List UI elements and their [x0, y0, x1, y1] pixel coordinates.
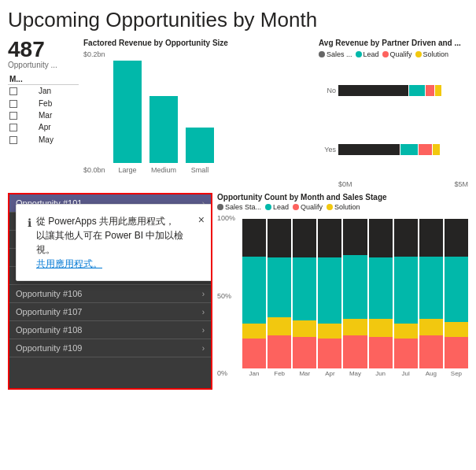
stacked-bar-group: May — [343, 214, 367, 377]
stacked-seg — [394, 219, 418, 257]
stacked-seg — [419, 257, 443, 320]
stacked-legend-label: Sales Sta... — [225, 203, 261, 211]
info-icon: ℹ — [28, 215, 31, 231]
hbar-seg — [435, 85, 441, 96]
hbar-seg — [400, 144, 419, 155]
stacked-seg — [293, 337, 316, 368]
legend-item: Qualify — [382, 50, 412, 58]
stacked-seg — [268, 257, 291, 317]
month-list: M... JanFebMarAprMay — [8, 74, 79, 188]
stacked-y-labels: 100%50%0% — [217, 214, 235, 377]
month-checkbox[interactable] — [9, 124, 17, 131]
stacked-seg — [343, 335, 367, 368]
stacked-bar-group: Jan — [242, 214, 266, 377]
legend-label: Solution — [423, 50, 449, 58]
stacked-seg — [419, 335, 443, 368]
hbar-legend: Sales ...LeadQualifySolution — [319, 50, 468, 58]
opportunity-item[interactable]: Opportunity #106› — [9, 285, 211, 303]
hbar-segments — [338, 144, 468, 155]
stacked-x-label: Jun — [375, 370, 386, 377]
chevron-right-icon: › — [202, 344, 205, 353]
stacked-x-label: May — [349, 370, 361, 377]
stacked-seg — [268, 335, 291, 368]
opportunity-label: Opportunity #106 — [16, 289, 82, 298]
month-checkbox[interactable] — [9, 100, 17, 108]
month-label: Mar — [37, 109, 79, 121]
stacked-seg — [394, 257, 418, 324]
stacked-seg — [343, 219, 367, 255]
stacked-seg — [242, 219, 266, 257]
hbar-area: No Yes — [319, 61, 468, 179]
stacked-bar-stack — [293, 219, 316, 368]
month-row[interactable]: Apr — [8, 121, 79, 133]
hbar-seg — [433, 144, 441, 155]
hbar-chart-title: Avg Revenue by Partner Driven and ... — [319, 39, 468, 47]
legend-item: Sales ... — [319, 50, 352, 58]
month-row[interactable]: Jan — [8, 85, 79, 98]
stacked-bar-stack — [242, 219, 266, 368]
stacked-x-label: Sep — [451, 370, 462, 377]
bar-label: Large — [118, 166, 136, 174]
legend-label: Qualify — [390, 50, 412, 58]
kpi-label: Opportunity ... — [8, 61, 79, 69]
stacked-legend-item: Sales Sta... — [217, 203, 261, 211]
stacked-seg — [268, 219, 291, 257]
month-row[interactable]: May — [8, 133, 79, 145]
stacked-seg — [445, 322, 468, 337]
bar-label: Small — [191, 166, 209, 174]
stacked-seg — [293, 219, 316, 257]
stacked-x-label: Jan — [249, 370, 260, 377]
stacked-legend-dot — [265, 204, 271, 210]
stacked-seg — [369, 337, 393, 368]
stacked-bar-group: Feb — [268, 214, 291, 377]
popup-line2: 以讓其他人可在 Power BI 中加以檢視。 — [36, 230, 183, 255]
stacked-seg — [293, 257, 316, 320]
stacked-bar-stack — [343, 219, 367, 368]
month-checkbox[interactable] — [9, 136, 17, 144]
legend-item: Lead — [356, 50, 379, 58]
legend-dot — [382, 51, 389, 57]
legend-label: Sales ... — [327, 50, 352, 58]
month-row[interactable]: Feb — [8, 97, 79, 109]
bar-label: Medium — [151, 166, 176, 174]
bars-container: Large Medium Small — [113, 64, 314, 174]
popup-close-button[interactable]: × — [198, 214, 205, 225]
stacked-bar-group: Jun — [369, 214, 393, 377]
chevron-right-icon: › — [202, 326, 205, 335]
bottom-row: Opportunity #101›Opportunity #102›Opport… — [8, 193, 468, 390]
opportunity-item[interactable]: Opportunity #107› — [9, 303, 211, 321]
stacked-seg — [293, 320, 316, 337]
month-checkbox[interactable] — [9, 112, 17, 120]
stacked-bar-stack — [369, 219, 393, 368]
bar-chart-area: $0.2bn $0.0bn Large Medium Small — [83, 50, 314, 188]
popup-line1: 從 PowerApps 共用此應用程式， — [36, 216, 175, 227]
stacked-seg — [242, 324, 266, 339]
bar-group: Large — [113, 61, 142, 174]
hbar-xaxis: $0M$5M — [319, 180, 468, 188]
month-row[interactable]: Mar — [8, 109, 79, 121]
stacked-seg — [369, 219, 393, 257]
popup-link[interactable]: 共用應用程式。 — [36, 258, 102, 269]
stacked-seg — [394, 339, 418, 368]
stacked-seg — [369, 257, 393, 319]
stacked-legend-item: Solution — [327, 203, 360, 211]
opportunity-item[interactable]: Opportunity #109› — [9, 339, 211, 357]
hbar-chart-panel: Avg Revenue by Partner Driven and ... Sa… — [319, 39, 468, 188]
stacked-legend-item: Lead — [265, 203, 289, 211]
opportunity-label: Opportunity #108 — [16, 325, 82, 335]
month-checkbox[interactable] — [9, 87, 17, 95]
dashboard: Upcoming Opportunities by Month 487 Oppo… — [0, 0, 476, 470]
hbar-x-label: $0M — [338, 180, 352, 188]
opportunity-item[interactable]: Opportunity #108› — [9, 321, 211, 339]
stacked-bar-group: Aug — [419, 214, 443, 377]
top-row: 487 Opportunity ... M... JanFebMarAprMay… — [8, 39, 468, 188]
stacked-seg — [318, 324, 341, 339]
stacked-bars: JanFebMarAprMayJunJulAugSep — [242, 214, 468, 377]
hbar-segments — [338, 85, 468, 96]
bar-group: Medium — [149, 96, 178, 174]
bar-chart-panel: Factored Revenue by Opportunity Size $0.… — [83, 39, 314, 188]
stacked-seg — [268, 317, 291, 335]
hbar-seg — [426, 85, 434, 96]
month-header: M... — [8, 74, 79, 85]
stacked-seg — [369, 319, 393, 337]
